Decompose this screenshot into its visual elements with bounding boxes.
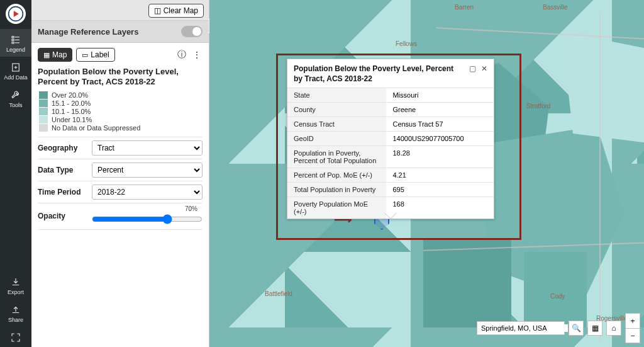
nav-legend[interactable]: Legend [0, 29, 31, 57]
home-extent-button[interactable]: ⌂ [606, 321, 621, 336]
popup-table: StateMissouri CountyGreene Census TractC… [287, 88, 494, 219]
nav-share-label: Share [8, 317, 23, 323]
legend-item: Over 20.0% [39, 91, 203, 99]
feature-popup: Population Below the Poverty Level, Perc… [287, 59, 494, 219]
legend-item: 10.1 - 15.0% [39, 108, 203, 115]
home-icon: ⌂ [611, 324, 616, 333]
legend-swatch [39, 91, 48, 99]
nav-fullscreen[interactable] [0, 327, 31, 347]
svg-rect-3 [12, 39, 14, 40]
clear-map-button[interactable]: ◫ Clear Map [148, 4, 204, 18]
zoom-out-button[interactable]: − [625, 328, 640, 343]
place-label: Fellows [396, 40, 417, 47]
dock-icon[interactable]: ▢ [469, 64, 476, 73]
place-label: Cody [550, 293, 565, 300]
opacity-label: Opacity [38, 212, 92, 220]
basemap-button[interactable]: ▦ [587, 321, 602, 336]
opacity-slider[interactable] [92, 214, 203, 224]
place-label: Stratford [526, 103, 550, 110]
search-input[interactable] [481, 324, 568, 332]
legend-item: No Data or Data Suppressed [39, 124, 203, 132]
table-row: Percent of Pop. MoE (+/-)4.21 [287, 168, 494, 183]
table-row: GeoID14000US29077005700 [287, 132, 494, 146]
nav-tools-label: Tools [9, 102, 22, 108]
manage-layers-title: Manage Reference Layers [38, 27, 138, 37]
nav-legend-label: Legend [6, 47, 25, 53]
table-row: StateMissouri [287, 88, 494, 103]
table-row: Census TractCensus Tract 57 [287, 117, 494, 132]
timeperiod-select[interactable]: 2018-22 [92, 185, 203, 200]
opacity-value: 70% [185, 205, 197, 212]
table-row: Population in Poverty, Percent of Total … [287, 146, 494, 168]
nav-rail: Legend Add Data Tools Export Share [0, 0, 31, 347]
timeperiod-label: Time Period [38, 188, 92, 196]
info-icon[interactable]: ⓘ [176, 48, 187, 62]
close-icon[interactable]: ✕ [481, 64, 487, 73]
zoom-in-button[interactable]: + [625, 313, 640, 328]
legend-swatch [39, 116, 48, 123]
place-label: Battlefield [265, 290, 292, 297]
label-icon: ▭ [82, 51, 88, 59]
grid-icon: ▦ [592, 324, 599, 333]
nav-export[interactable]: Export [0, 271, 31, 299]
nav-add-data-label: Add Data [4, 74, 28, 81]
nav-tools[interactable]: Tools [0, 84, 31, 112]
search-icon: 🔍 [572, 324, 581, 333]
tab-map-label: Map [52, 50, 67, 59]
table-row: Total Population in Poverty695 [287, 183, 494, 197]
manage-layers-row[interactable]: Manage Reference Layers [31, 21, 209, 43]
svg-rect-1 [12, 37, 14, 38]
datatype-select[interactable]: Percent [92, 162, 203, 178]
layer-title: Population Below the Poverty Level, Perc… [38, 67, 203, 88]
nav-add-data[interactable]: Add Data [0, 57, 31, 84]
legend-list: Over 20.0% 15.1 - 20.0% 10.1 - 15.0% Und… [39, 91, 203, 132]
legend-swatch [39, 108, 48, 115]
app-logo [6, 4, 26, 24]
legend-item: 15.1 - 20.0% [39, 100, 203, 107]
manage-layers-toggle[interactable] [181, 26, 203, 37]
legend-swatch [39, 100, 48, 107]
search-button[interactable]: 🔍 [569, 321, 584, 336]
map-canvas[interactable]: Barren Bassville Fellows Stratford Battl… [209, 0, 644, 347]
tab-label-label: Label [91, 50, 109, 59]
place-label: Bassville [543, 4, 567, 11]
eraser-icon: ◫ [154, 6, 161, 15]
kebab-icon[interactable]: ⋮ [191, 48, 203, 61]
popup-title: Population Below the Poverty Level, Perc… [294, 64, 464, 84]
legend-swatch [39, 124, 48, 132]
geography-select[interactable]: Tract [92, 140, 203, 156]
geography-label: Geography [38, 144, 92, 152]
table-row: CountyGreene [287, 103, 494, 117]
tab-label[interactable]: ▭ Label [76, 48, 114, 62]
clear-map-label: Clear Map [164, 6, 198, 15]
side-panel: ◫ Clear Map Manage Reference Layers ▦ Ma… [31, 0, 209, 347]
minus-icon: − [630, 331, 635, 340]
map-search[interactable]: ✕ [477, 321, 565, 335]
plus-icon: + [630, 317, 635, 326]
svg-rect-5 [12, 42, 14, 43]
datatype-label: Data Type [38, 166, 92, 174]
legend-item: Under 10.1% [39, 116, 203, 123]
tab-map[interactable]: ▦ Map [38, 48, 72, 62]
place-label: Barren [455, 4, 474, 11]
map-icon: ▦ [43, 51, 50, 59]
nav-export-label: Export [8, 289, 24, 295]
nav-share[interactable]: Share [0, 299, 31, 327]
